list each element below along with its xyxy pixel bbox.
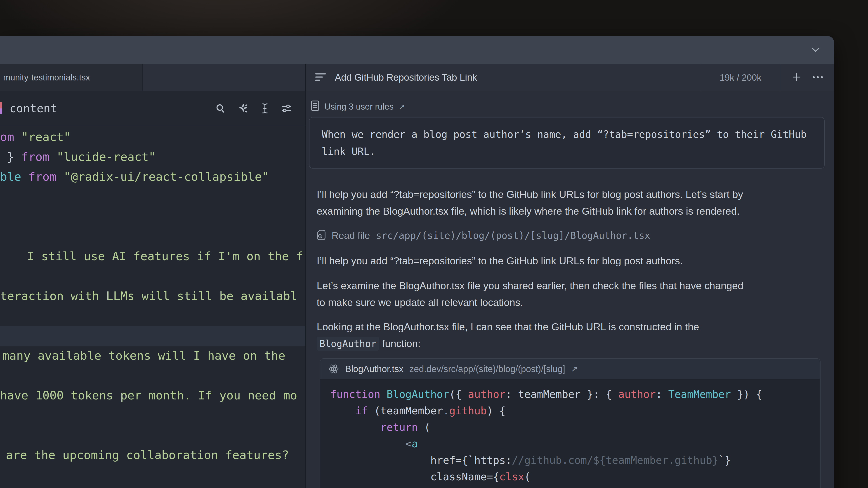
editor-line — [0, 187, 305, 206]
editor-line — [0, 226, 305, 246]
external-link-arrow-icon: ↗ — [399, 102, 405, 111]
user-rules-link[interactable]: Using 3 user rules ↗ — [309, 101, 825, 112]
tool-call-label: Read file — [332, 230, 370, 241]
editor-line — [0, 306, 305, 326]
assistant-paragraph: Looking at the BlogAuthor.tsx file, I ca… — [317, 319, 825, 352]
paragraph-line: I’ll help you add “?tab=repositories” to… — [317, 253, 825, 269]
search-input[interactable]: content — [9, 102, 57, 115]
editor-line: have 1000 tokens per month. If you need … — [0, 385, 305, 405]
paragraph-line: examining the BlogAuthor.tsx file, which… — [317, 203, 825, 220]
assistant-paragraph: Let’s examine the BlogAuthor.tsx file yo… — [317, 278, 825, 311]
paragraph-line: to make sure we update all relevant loca… — [317, 294, 825, 311]
editor-line: many available tokens will I have on the — [0, 346, 305, 365]
rules-doc-icon — [311, 100, 319, 113]
code-line: "group relative" — [330, 485, 811, 488]
editor-line: } from "lucide-react" — [0, 147, 305, 167]
paragraph-line: Looking at the BlogAuthor.tsx file, I ca… — [317, 319, 825, 335]
tool-call-read-file[interactable]: Read file src/app/(site)/blog/(post)/[sl… — [317, 229, 825, 242]
code-card: BlogAuthor.tsx zed.dev/src/app/(site)/bl… — [320, 358, 820, 488]
code-line: className={clsx( — [330, 468, 811, 485]
tab-label: munity-testimonials.tsx — [3, 73, 90, 83]
more-menu-button[interactable] — [812, 75, 824, 79]
assistant-paragraph: I’ll help you add “?tab=repositories” to… — [317, 253, 825, 269]
tab-bar: munity-testimonials.tsx — [0, 64, 305, 91]
editor-line: ble from "@radix-ui/react-collapsible" — [0, 167, 305, 187]
react-file-icon — [328, 363, 339, 375]
external-link-arrow-icon[interactable]: ↗ — [571, 364, 578, 374]
editor-line — [0, 405, 305, 425]
editor-line: teraction with LLMs will still be availa… — [0, 286, 305, 306]
clipped-glyph — [0, 102, 2, 114]
file-search-icon — [317, 230, 326, 241]
editor-line — [0, 326, 305, 346]
editor-line — [0, 206, 305, 226]
chevron-down-icon[interactable] — [811, 47, 819, 53]
paragraph-line: Let’s examine the BlogAuthor.tsx file yo… — [317, 278, 825, 294]
code-line: href={`https://github.com/${teamMember.g… — [330, 452, 811, 468]
search-toolbar — [215, 103, 292, 114]
code-card-filename: BlogAuthor.tsx — [345, 364, 403, 374]
editor-line — [0, 266, 305, 286]
user-message[interactable]: When we render a blog post author’s name… — [309, 117, 825, 168]
editor-line: I still use AI features if I'm on the fr… — [0, 246, 305, 266]
code-card-body[interactable]: function BlogAuthor({ author: teamMember… — [320, 380, 820, 488]
editor-pane: munity-testimonials.tsx content — [0, 64, 306, 488]
main-split: munity-testimonials.tsx content — [0, 64, 834, 488]
assistant-paragraph: I’ll help you add “?tab=repositories” to… — [317, 186, 825, 220]
buffer-search-bar[interactable]: content — [0, 91, 305, 126]
new-thread-button[interactable] — [792, 72, 802, 83]
filter-sliders-icon[interactable] — [281, 104, 292, 113]
titlebar — [0, 36, 834, 64]
assistant-header: Add GitHub Repositories Tab Link 19k / 2… — [306, 64, 834, 91]
search-icon[interactable] — [215, 103, 225, 113]
thread-scroll-area[interactable]: Using 3 user rules ↗ When we render a bl… — [306, 91, 834, 488]
header-buttons — [781, 64, 834, 91]
editor-line: h on the **ability** to st d one I t — [0, 485, 305, 488]
tool-call-path: src/app/(site)/blog/(post)/[slug]/BlogAu… — [376, 230, 650, 241]
code-card-filepath: zed.dev/src/app/(site)/blog/(post)/[slug… — [409, 364, 565, 374]
editor-line: are the upcoming collaboration features? — [0, 445, 305, 465]
text-cursor-icon[interactable] — [261, 103, 269, 114]
editor-buffer[interactable]: om "react" } from "lucide-react"ble from… — [0, 126, 305, 488]
thread-list-icon[interactable] — [315, 72, 327, 83]
editor-line — [0, 465, 305, 485]
user-message-line: link URL. — [322, 143, 812, 160]
code-card-header[interactable]: BlogAuthor.tsx zed.dev/src/app/(site)/bl… — [320, 359, 820, 380]
code-line: <a — [330, 435, 811, 452]
editor-line — [0, 425, 305, 445]
ai-sparkle-icon[interactable] — [238, 103, 249, 114]
thread-title: Add GitHub Repositories Tab Link — [335, 72, 477, 83]
avatar[interactable] — [791, 42, 806, 57]
desktop: { "window": { "editor": { "tab_label": "… — [0, 0, 868, 488]
editor-line — [0, 365, 305, 385]
paragraph-line: I’ll help you add “?tab=repositories” to… — [317, 186, 825, 203]
editor-line: om "react" — [0, 127, 305, 147]
app-window: munity-testimonials.tsx content — [0, 36, 834, 488]
code-line: function BlogAuthor({ author: teamMember… — [330, 386, 811, 402]
paragraph-line: BlogAuthor function: — [317, 335, 825, 352]
token-usage: 19k / 200k — [700, 64, 781, 91]
tab-community-testimonials[interactable]: munity-testimonials.tsx — [0, 64, 143, 91]
thread-title-area: Add GitHub Repositories Tab Link — [306, 64, 700, 91]
code-line: if (teamMember.github) { — [330, 402, 811, 419]
rules-label: Using 3 user rules — [324, 102, 394, 111]
code-line: return ( — [330, 419, 811, 435]
assistant-panel: Add GitHub Repositories Tab Link 19k / 2… — [306, 64, 834, 488]
user-message-line: When we render a blog post author’s name… — [322, 126, 812, 143]
